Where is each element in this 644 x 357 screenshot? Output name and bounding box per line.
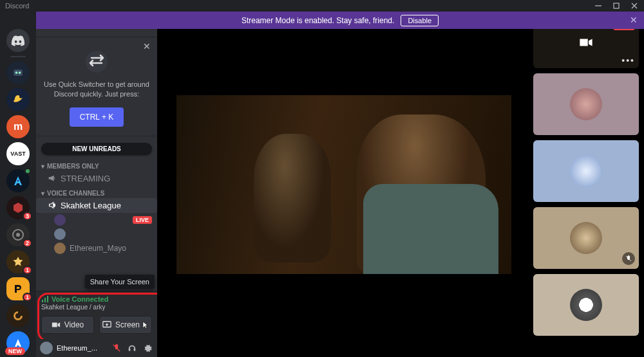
megaphone-icon <box>48 174 57 183</box>
more-icon[interactable]: ••• <box>621 55 635 66</box>
participant-tile[interactable] <box>533 207 639 269</box>
voice-status: Voice Connected <box>52 295 108 303</box>
robot-icon <box>12 66 24 79</box>
avatar <box>570 289 602 321</box>
rail-separator <box>10 56 26 57</box>
svg-point-2 <box>15 71 18 74</box>
chevron-down-icon: ▾ <box>41 163 44 170</box>
avatar <box>54 228 66 240</box>
channel-streaming[interactable]: STREAMING <box>36 171 157 186</box>
server-icon[interactable]: VAST <box>6 142 30 165</box>
server-icon[interactable]: 1 <box>6 250 30 273</box>
camera-icon <box>52 320 61 329</box>
unread-badge: 2 <box>23 239 32 248</box>
new-badge: NEW <box>5 347 25 355</box>
participant-tile[interactable] <box>533 274 639 336</box>
voice-connected-panel: Share Your Screen Voice Connected Skahke… <box>36 291 157 339</box>
server-icon[interactable]: m <box>6 115 30 138</box>
avatar[interactable] <box>40 342 53 354</box>
voice-member[interactable]: Ethereum_Mayo <box>36 241 157 255</box>
quick-switcher-text: Use Quick Switcher to get around Discord… <box>43 80 151 100</box>
avatar <box>54 243 66 254</box>
disable-button[interactable]: Disable <box>401 15 439 26</box>
live-badge: LIVE <box>133 216 152 224</box>
unread-badge: 1 <box>23 293 32 302</box>
avatar <box>570 222 602 254</box>
participant-tile[interactable] <box>533 73 639 135</box>
video-content <box>176 95 511 274</box>
svg-point-6 <box>86 51 108 73</box>
screen-icon <box>102 320 111 329</box>
server-icon[interactable]: 3 <box>6 196 30 219</box>
server-rail: m VAST 3 2 1 1 NEW <box>0 12 36 357</box>
cursor-icon <box>142 321 149 329</box>
quick-switcher-button[interactable]: CTRL + K <box>70 107 124 127</box>
screen-share-button[interactable]: Screen <box>99 316 152 334</box>
swap-arrows-icon <box>82 48 111 76</box>
category-members-only[interactable]: ▾ MEMBERS ONLY <box>36 159 157 171</box>
server-icon[interactable]: 1 <box>6 277 30 300</box>
server-icon[interactable] <box>6 88 30 111</box>
window-maximize-icon[interactable] <box>612 1 621 10</box>
home-button[interactable] <box>6 29 30 52</box>
category-voice[interactable]: ▾ VOICE CHANNELS <box>36 186 157 198</box>
server-icon[interactable] <box>6 169 30 192</box>
unread-badge: 3 <box>23 212 32 221</box>
channel-sidebar: ✦arky ▾ ✕ Use Quick Switcher to get arou… <box>36 12 157 357</box>
username: Ethereum_... <box>57 344 107 352</box>
camera-icon <box>579 35 593 50</box>
mic-muted-icon[interactable] <box>111 342 122 354</box>
server-icon[interactable] <box>6 304 30 327</box>
new-unreads-pill[interactable]: NEW UNREADS <box>41 143 152 155</box>
letter-a-icon <box>12 175 24 187</box>
avatar <box>570 88 602 120</box>
server-icon[interactable]: 2 <box>6 223 30 246</box>
settings-gear-icon[interactable] <box>142 342 153 354</box>
banner-text: Streamer Mode is enabled. Stay safe, fri… <box>242 16 394 25</box>
status-online-icon <box>24 168 31 174</box>
swirl-icon <box>12 310 24 322</box>
obs-icon <box>12 228 24 241</box>
stream-video[interactable] <box>157 12 531 357</box>
streamer-mode-banner: Streamer Mode is enabled. Stay safe, fri… <box>36 12 644 29</box>
voice-channel-skahket[interactable]: Skahket League <box>36 198 157 213</box>
signal-icon <box>41 295 49 303</box>
voice-member[interactable] <box>36 227 157 241</box>
window-minimize-icon[interactable] <box>594 1 603 10</box>
avatar <box>54 214 66 226</box>
svg-point-5 <box>16 233 20 237</box>
server-icon[interactable] <box>6 61 30 84</box>
unread-badge: 1 <box>23 266 32 275</box>
hex-icon <box>12 201 24 214</box>
svg-point-3 <box>19 71 21 74</box>
discord-logo-icon <box>11 33 25 48</box>
headphones-icon[interactable] <box>126 342 138 354</box>
voice-member[interactable]: LIVE <box>36 213 157 227</box>
participants-column: LIVE ••• <box>531 12 644 357</box>
call-main-area: LIVE ••• <box>157 12 644 357</box>
quick-switcher-panel: ✕ Use Quick Switcher to get around Disco… <box>36 37 157 136</box>
user-footer: Ethereum_... <box>36 339 157 357</box>
mic-muted-icon <box>622 252 635 265</box>
svg-rect-0 <box>614 3 619 8</box>
screen-share-tooltip: Share Your Screen <box>85 275 155 289</box>
member-name: Ethereum_Mayo <box>70 244 126 253</box>
svg-rect-1 <box>14 69 23 76</box>
speaker-icon <box>48 201 57 210</box>
close-icon[interactable]: ✕ <box>630 15 638 25</box>
letter-p-icon <box>13 284 23 294</box>
app-title: Discord <box>5 2 29 10</box>
participant-tile[interactable] <box>533 140 639 202</box>
window-close-icon[interactable] <box>630 1 639 10</box>
avatar <box>570 155 602 187</box>
window-titlebar: Discord <box>0 0 644 12</box>
letter-a-bold-icon <box>13 338 23 348</box>
chevron-down-icon: ▾ <box>41 190 44 197</box>
close-icon[interactable]: ✕ <box>143 41 151 51</box>
bird-icon <box>11 93 25 107</box>
video-button[interactable]: Video <box>41 316 94 334</box>
star-icon <box>12 256 24 268</box>
voice-channel-path: Skahket League / arky <box>41 304 152 311</box>
